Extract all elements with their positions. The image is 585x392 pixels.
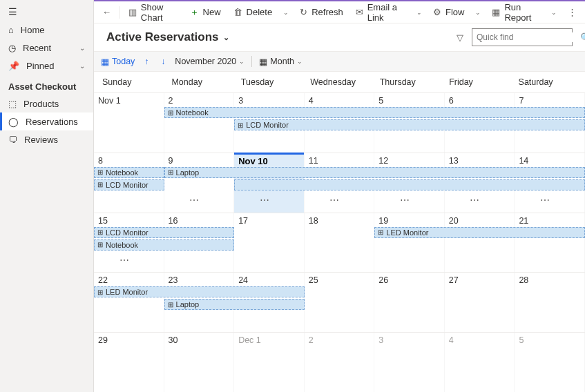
calendar-event[interactable]: ⊞LED Monitor — [94, 286, 305, 297]
calendar-cell[interactable]: 30 — [164, 333, 235, 392]
more-events[interactable]: ⋯ — [540, 195, 551, 206]
nav-reviews[interactable]: 🗨 Reviews — [0, 130, 93, 148]
trash-icon: 🗑 — [233, 7, 242, 17]
calendar-week: 22232425262728⊞LED Monitor⊞Laptop — [94, 272, 585, 332]
more-events[interactable]: ⋯ — [400, 195, 411, 206]
calendar-event[interactable]: ⊞Notebook — [94, 239, 234, 251]
filter-button[interactable]: ▽ — [448, 32, 472, 43]
email-dropdown[interactable]: ⌄ — [412, 9, 426, 16]
main-content: ← ▥Show Chart ＋New 🗑Delete ⌄ ↻Refresh ✉E… — [94, 0, 585, 392]
calendar-cell[interactable]: 4 — [445, 333, 515, 392]
calendar-event[interactable]: ⊞LED Monitor — [374, 227, 585, 238]
new-button[interactable]: ＋New — [184, 3, 227, 22]
search-box[interactable]: 🔍 — [472, 28, 573, 46]
more-events[interactable]: ⋯ — [470, 195, 481, 206]
period-picker[interactable]: November 2020 ⌄ — [175, 57, 244, 66]
more-events[interactable]: ⋯ — [119, 255, 131, 266]
day-header: Thursday — [374, 77, 443, 87]
day-headers: SundayMondayTuesdayWednesdayThursdayFrid… — [94, 72, 585, 92]
calendar-event[interactable]: ⊞Notebook — [94, 167, 164, 178]
nav-home[interactable]: ⌂ Home — [0, 21, 93, 39]
next-period[interactable]: ↓ — [158, 57, 168, 66]
calendar-cell[interactable]: 26 — [374, 273, 445, 332]
section-title: Asset Checkout — [0, 75, 93, 95]
search-input[interactable] — [477, 32, 580, 42]
event-label: LCD Monitor — [106, 181, 148, 189]
more-commands[interactable]: ⋮ — [562, 3, 582, 22]
calendar-cell[interactable]: 2 — [164, 93, 235, 153]
event-label: Laptop — [176, 168, 200, 177]
calendar-event[interactable]: ⊞Laptop — [164, 299, 305, 310]
comment-icon: 🗨 — [8, 135, 17, 145]
calendar-cell[interactable]: 28 — [515, 273, 585, 332]
chevron-down-icon: ⌄ — [239, 58, 244, 65]
flow-dropdown[interactable]: ⌄ — [471, 9, 485, 16]
view-selector[interactable]: Active Reservations ⌄ — [106, 30, 229, 44]
command-bar: ← ▥Show Chart ＋New 🗑Delete ⌄ ↻Refresh ✉E… — [94, 1, 585, 23]
calendar-cell[interactable]: 18 — [305, 213, 375, 273]
date-number: 20 — [449, 216, 510, 226]
chevron-down-icon: ⌄ — [79, 44, 85, 52]
flow-button[interactable]: ⚙Flow — [428, 3, 470, 22]
calendar-event[interactable]: ⊞LCD Monitor — [234, 119, 585, 130]
date-number: 25 — [309, 275, 370, 285]
more-events[interactable]: ⋯ — [260, 195, 271, 206]
filter-icon: ▽ — [457, 32, 463, 43]
view-picker[interactable]: ▦ Month ⌄ — [259, 57, 303, 67]
date-number: 3 — [238, 96, 300, 106]
calendar-cell[interactable]: Dec 1 — [234, 333, 305, 392]
event-icon: ⊞ — [238, 121, 243, 129]
calendar-icon: ▦ — [259, 57, 267, 67]
event-icon: ⊞ — [97, 181, 103, 188]
calendar-event[interactable]: ⊞LCD Monitor — [94, 179, 164, 190]
sidebar: ☰ ⌂ Home ◷ Recent ⌄ 📌 Pinned ⌄ Asset Che… — [0, 0, 94, 392]
back-button[interactable]: ← — [97, 3, 117, 22]
calendar-cell[interactable]: 2 — [305, 333, 375, 392]
search-icon: 🔍 — [580, 32, 585, 43]
nav-reservations[interactable]: ◯ Reservations — [0, 112, 93, 130]
calendar-event[interactable]: ⊞Laptop — [164, 167, 585, 178]
nav-pinned[interactable]: 📌 Pinned ⌄ — [0, 57, 93, 75]
refresh-button[interactable]: ↻Refresh — [294, 3, 349, 22]
email-link-button[interactable]: ✉Email a Link — [350, 3, 411, 22]
calendar-cell[interactable]: 25 — [305, 273, 375, 332]
nav-recent[interactable]: ◷ Recent ⌄ — [0, 39, 93, 57]
calendar-event[interactable] — [234, 179, 585, 190]
nav-products[interactable]: ⬚ Products — [0, 95, 93, 112]
show-chart-button[interactable]: ▥Show Chart — [123, 3, 183, 22]
more-events[interactable]: ⋯ — [189, 195, 200, 206]
hamburger-menu[interactable]: ☰ — [0, 3, 93, 21]
calendar-cell[interactable]: 22 — [94, 273, 164, 332]
delete-button[interactable]: 🗑Delete — [228, 3, 278, 22]
cube-icon: ⬚ — [8, 99, 17, 109]
calendar-cell[interactable]: 17 — [234, 213, 305, 273]
nav-label: Reviews — [24, 135, 58, 145]
plus-icon: ＋ — [190, 6, 199, 19]
report-icon: ▦ — [492, 7, 500, 17]
calendar-cell[interactable]: 20 — [445, 213, 515, 273]
calendar-cell[interactable]: 29 — [94, 333, 164, 392]
report-dropdown[interactable]: ⌄ — [547, 9, 561, 16]
arrow-left-icon: ← — [102, 7, 111, 17]
nav-label: Home — [21, 25, 45, 35]
calendar-cell[interactable]: 21 — [515, 213, 585, 273]
calendar-event[interactable]: ⊞Notebook — [164, 107, 585, 118]
calendar-cell[interactable]: Nov 1 — [94, 93, 164, 153]
date-number: 8 — [98, 156, 160, 166]
prev-period[interactable]: ↑ — [142, 57, 151, 66]
calendar-cell[interactable]: 3 — [374, 333, 445, 392]
event-label: LCD Monitor — [246, 121, 289, 129]
event-label: Notebook — [106, 241, 138, 249]
pin-icon: 📌 — [8, 61, 19, 71]
calendar-week: 15161718192021⊞LCD Monitor⊞LED Monitor⊞N… — [94, 213, 585, 273]
more-events[interactable]: ⋯ — [329, 195, 341, 206]
date-number: 26 — [378, 275, 440, 285]
calendar-cell[interactable]: 19 — [374, 213, 445, 273]
run-report-button[interactable]: ▦Run Report — [486, 3, 546, 22]
calendar-event[interactable]: ⊞LCD Monitor — [94, 227, 234, 238]
delete-dropdown[interactable]: ⌄ — [279, 9, 293, 16]
today-button[interactable]: ▦Today — [101, 57, 135, 67]
event-icon: ⊞ — [97, 168, 103, 176]
calendar-cell[interactable]: 5 — [515, 333, 585, 392]
calendar-cell[interactable]: 27 — [445, 273, 515, 332]
